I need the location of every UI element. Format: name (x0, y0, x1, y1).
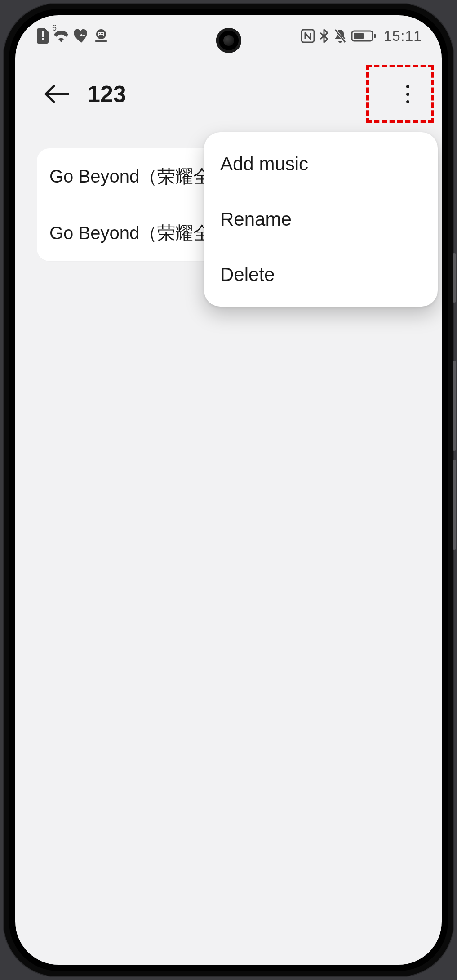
mute-icon (333, 29, 347, 43)
menu-item-delete[interactable]: Delete (220, 247, 422, 302)
battery-icon (351, 30, 377, 42)
svg-rect-14 (374, 34, 376, 38)
svg-rect-1 (42, 38, 44, 40)
sim-alert-icon (37, 28, 49, 44)
nfc-icon (301, 29, 315, 43)
status-time: 15:11 (384, 28, 422, 45)
keyboard-icon (93, 29, 109, 43)
volume-up-button (453, 361, 456, 451)
svg-rect-6 (102, 33, 103, 34)
menu-item-rename[interactable]: Rename (220, 192, 422, 247)
screen: 6 (15, 15, 442, 965)
svg-rect-5 (101, 33, 102, 34)
status-bar: 6 (15, 15, 442, 57)
back-arrow-icon (44, 83, 69, 105)
menu-item-add-music[interactable]: Add music (220, 137, 422, 192)
annotation-highlight (366, 65, 434, 123)
bluetooth-icon (319, 29, 329, 43)
svg-rect-3 (98, 32, 104, 36)
phone-frame: 6 (4, 4, 453, 976)
svg-rect-4 (99, 33, 100, 34)
overflow-menu: Add music Rename Delete (204, 132, 438, 307)
svg-rect-0 (42, 31, 44, 37)
svg-rect-7 (99, 35, 103, 36)
svg-rect-13 (354, 33, 364, 39)
song-title: Go Beyond（荣耀全 (49, 164, 211, 189)
svg-rect-8 (95, 40, 107, 42)
heart-icon (74, 29, 89, 43)
back-button[interactable] (39, 76, 75, 112)
song-title: Go Beyond（荣耀全 (49, 221, 211, 245)
page-title: 123 (87, 80, 126, 107)
volume-down-button (453, 460, 456, 550)
wifi-icon: 6 (53, 30, 69, 42)
side-button (453, 253, 456, 303)
